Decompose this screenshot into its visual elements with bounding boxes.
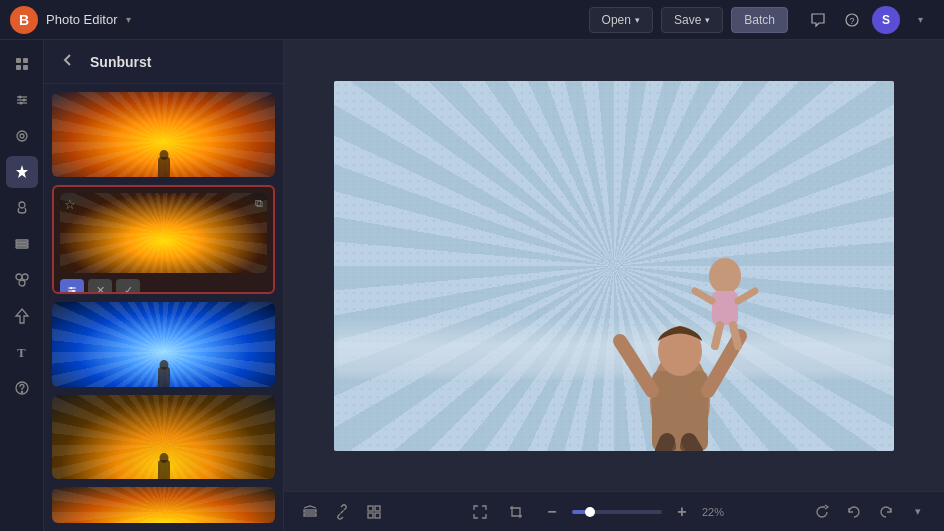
save-button[interactable]: Save ▾ <box>661 7 723 33</box>
svg-point-10 <box>22 99 25 102</box>
bottom-toolbar-center: − + 22% <box>466 498 730 526</box>
zoom-out-button[interactable]: − <box>538 498 566 526</box>
topbar: B Photo Editor ▾ Open ▾ Save ▾ Batch ? S… <box>0 0 944 40</box>
svg-text:T: T <box>17 345 26 360</box>
canvas-main[interactable] <box>284 40 944 491</box>
svg-rect-52 <box>368 513 373 518</box>
sidebar-item-effects[interactable] <box>6 156 38 188</box>
preset-item-sunburst5[interactable] <box>52 487 275 523</box>
app-title-chevron[interactable]: ▾ <box>126 14 131 25</box>
zoom-slider[interactable] <box>572 510 662 514</box>
preset-item-sunburst4[interactable]: Sunburst 4 <box>52 395 275 480</box>
more-options-button[interactable]: ▾ <box>904 498 932 526</box>
preset-thumb-sunburst3 <box>52 302 275 387</box>
preset-thumb-sunburst4 <box>52 395 275 480</box>
bottom-toolbar-right: ▾ <box>808 498 932 526</box>
svg-point-31 <box>69 292 71 294</box>
preset-item-sunburst1[interactable]: Sunburst 1 <box>52 92 275 177</box>
preset-star-icon[interactable]: ☆ <box>64 197 76 212</box>
sidebar-item-export[interactable] <box>6 300 38 332</box>
preset-adjust-button[interactable] <box>60 279 84 295</box>
svg-rect-50 <box>368 506 373 511</box>
svg-marker-22 <box>16 309 28 323</box>
preset-thumb-sunburst2 <box>60 193 267 273</box>
svg-rect-17 <box>16 243 28 245</box>
svg-rect-4 <box>16 65 21 70</box>
help-button[interactable]: ? <box>838 6 866 34</box>
user-avatar[interactable]: S <box>872 6 900 34</box>
svg-point-37 <box>709 258 741 294</box>
zoom-control: − + 22% <box>538 498 730 526</box>
svg-rect-3 <box>23 58 28 63</box>
photo-background <box>334 81 894 451</box>
svg-point-15 <box>19 202 25 208</box>
preset-copy-icon[interactable]: ⧉ <box>255 197 263 210</box>
svg-rect-38 <box>712 291 738 325</box>
refresh-button[interactable] <box>808 498 836 526</box>
svg-rect-47 <box>304 510 316 512</box>
panel-title: Sunburst <box>90 54 151 70</box>
canvas-area: − + 22% ▾ <box>284 40 944 531</box>
svg-point-9 <box>18 96 21 99</box>
zoom-in-button[interactable]: + <box>668 498 696 526</box>
sidebar-item-home[interactable] <box>6 48 38 80</box>
svg-point-13 <box>20 134 24 138</box>
open-button[interactable]: Open ▾ <box>589 7 653 33</box>
redo-button[interactable] <box>872 498 900 526</box>
svg-point-25 <box>21 391 22 392</box>
svg-line-41 <box>715 325 720 346</box>
batch-button[interactable]: Batch <box>731 7 788 33</box>
svg-marker-14 <box>16 165 28 178</box>
panel-back-button[interactable] <box>56 48 80 76</box>
svg-rect-53 <box>375 513 380 518</box>
preset-item-sunburst2[interactable]: ☆ ⧉ ✕ ✓ <box>52 185 275 295</box>
svg-point-29 <box>70 286 72 288</box>
preset-apply-button[interactable]: ✓ <box>116 279 140 295</box>
icon-sidebar: T <box>0 40 44 531</box>
svg-rect-51 <box>375 506 380 511</box>
svg-point-12 <box>17 131 27 141</box>
crop-button[interactable] <box>502 498 530 526</box>
preset-remove-button[interactable]: ✕ <box>88 279 112 295</box>
sidebar-item-adjustments[interactable] <box>6 84 38 116</box>
svg-line-45 <box>663 441 667 451</box>
panel-list: Sunburst 1 ☆ ⧉ ✕ <box>44 84 283 531</box>
app-logo: B <box>10 6 38 34</box>
svg-rect-48 <box>304 514 316 516</box>
layers-tool-button[interactable] <box>296 498 324 526</box>
svg-point-20 <box>22 274 28 280</box>
chat-button[interactable] <box>804 6 832 34</box>
sidebar-item-layers[interactable] <box>6 228 38 260</box>
svg-rect-16 <box>16 240 28 242</box>
preset-thumb-sunburst5 <box>52 487 275 523</box>
undo-button[interactable] <box>840 498 868 526</box>
svg-line-42 <box>733 325 738 346</box>
svg-rect-5 <box>23 65 28 70</box>
link-tool-button[interactable] <box>328 498 356 526</box>
sidebar-item-more[interactable] <box>6 372 38 404</box>
svg-point-11 <box>19 102 22 105</box>
bottom-toolbar: − + 22% ▾ <box>284 491 944 531</box>
sidebar-item-text[interactable]: T <box>6 336 38 368</box>
topbar-chevron-btn[interactable]: ▾ <box>906 6 934 34</box>
preset-thumb-sunburst1 <box>52 92 275 177</box>
svg-text:?: ? <box>849 16 854 26</box>
fit-button[interactable] <box>466 498 494 526</box>
zoom-label: 22% <box>702 506 730 518</box>
grid-tool-button[interactable] <box>360 498 388 526</box>
svg-point-19 <box>16 274 22 280</box>
svg-line-40 <box>738 291 755 301</box>
sidebar-item-objects[interactable] <box>6 264 38 296</box>
sidebar-item-paint[interactable] <box>6 192 38 224</box>
main-layout: T Sunburst <box>0 40 944 531</box>
panel-header: Sunburst <box>44 40 283 84</box>
svg-line-34 <box>620 341 652 391</box>
bottom-toolbar-left <box>296 498 388 526</box>
svg-line-39 <box>695 291 712 301</box>
canvas-image <box>334 81 894 451</box>
svg-line-46 <box>689 441 695 451</box>
panel-sidebar: Sunburst Sunburst 1 <box>44 40 284 531</box>
sidebar-item-view[interactable] <box>6 120 38 152</box>
preset-item-sunburst3[interactable]: Sunburst 3 <box>52 302 275 387</box>
svg-line-49 <box>341 510 344 513</box>
